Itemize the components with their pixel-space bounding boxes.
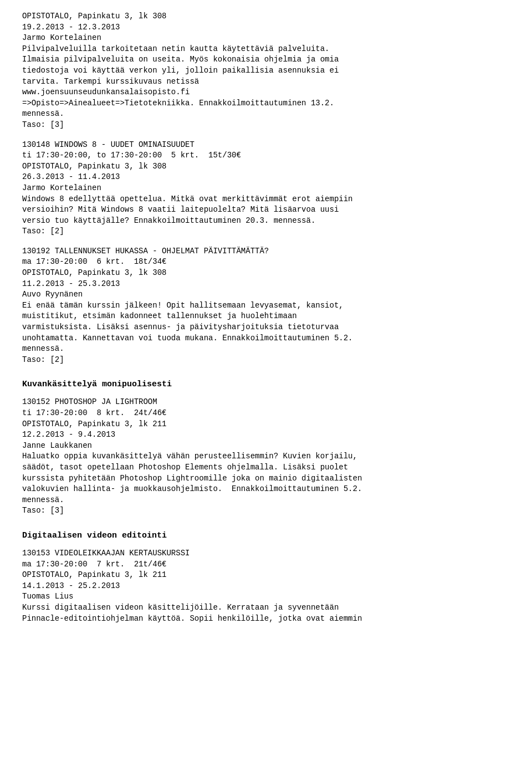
c130192-line-1: ma 17:30-20:00 6 krt. 18t/34€ xyxy=(22,257,510,268)
c130153-line-5: Kurssi digitaalisen videon käsittelijöil… xyxy=(22,602,510,614)
c130153-line-3: 14.1.2013 - 25.2.2013 xyxy=(22,581,510,592)
c130192-line-6: muistitikut, etsimän kadonneet tallennuk… xyxy=(22,311,510,322)
c130152-line-2: OPISTOTALO, Papinkatu 3, lk 211 xyxy=(22,419,510,430)
c130152-line-8: valokuvien hallinta- ja muokkausohjelmis… xyxy=(22,484,510,495)
c130152-line-3: 12.2.2013 - 9.4.2013 xyxy=(22,430,510,441)
c130148-line-7: versio tuo käyttäjälle? Ennakkoilmoittau… xyxy=(22,216,510,227)
c130192-line-2: OPISTOTALO, Papinkatu 3, lk 308 xyxy=(22,268,510,279)
c130192-line-4: Auvo Ryynänen xyxy=(22,289,510,300)
intro-text: OPISTOTALO, Papinkatu 3, lk 308 19.2.201… xyxy=(22,11,510,131)
intro-line-1: 19.2.2013 - 12.3.2013 xyxy=(22,22,510,33)
heading-kuvankasittely: Kuvankäsittelyä monipuolisesti xyxy=(22,379,510,390)
intro-line-8: =>Opisto=>Ainealueet=>Tietotekniikka. En… xyxy=(22,98,510,109)
page-content: OPISTOTALO, Papinkatu 3, lk 308 19.2.201… xyxy=(22,11,510,624)
c130152-line-1: ti 17:30-20:00 8 krt. 24t/46€ xyxy=(22,408,510,419)
course-130148-block: 130148 WINDOWS 8 - UUDET OMINAISUUDET ti… xyxy=(22,140,510,237)
course-130152-block: 130152 PHOTOSHOP JA LIGHTROOM ti 17:30-2… xyxy=(22,397,510,517)
heading-digitaalinen-video: Digitaalisen videon editointi xyxy=(22,530,510,541)
intro-line-9: mennessä. xyxy=(22,109,510,120)
course-130153-block: 130153 VIDEOLEIKKAAJAN KERTAUSKURSSI ma … xyxy=(22,548,510,624)
intro-lines: OPISTOTALO, Papinkatu 3, lk 308 xyxy=(22,11,510,22)
c130152-line-4: Janne Laukkanen xyxy=(22,441,510,452)
intro-line-2: Jarmo Kortelainen xyxy=(22,33,510,44)
c130152-line-7: kurssista pyhitetään Photoshop Lightroom… xyxy=(22,473,510,484)
intro-line-7: www.joensuunseudunkansalaisopisto.fi xyxy=(22,87,510,98)
c130152-line-6: säädöt, tasot opetellaan Photoshop Eleme… xyxy=(22,462,510,473)
intro-block: OPISTOTALO, Papinkatu 3, lk 308 19.2.201… xyxy=(22,11,510,131)
intro-line-3: Pilvipalveluilla tarkoitetaan netin kaut… xyxy=(22,44,510,55)
c130153-line-4: Tuomas Lius xyxy=(22,591,510,602)
c130192-line-3: 11.2.2013 - 25.3.2013 xyxy=(22,279,510,290)
intro-line-6: tarvita. Tarkempi kurssikuvaus netissä xyxy=(22,76,510,88)
c130152-line-10: Taso: [3] xyxy=(22,505,510,517)
c130148-line-4: Jarmo Kortelainen xyxy=(22,183,510,194)
c130148-line-6: versioihin? Mitä Windows 8 vaatii laitep… xyxy=(22,205,510,216)
intro-line-5: tiedostoja voi käyttää verkon yli, jollo… xyxy=(22,65,510,76)
c130153-line-1: ma 17:30-20:00 7 krt. 21t/46€ xyxy=(22,559,510,570)
c130192-line-9: mennessä. xyxy=(22,344,510,355)
intro-line-10: Taso: [3] xyxy=(22,120,510,131)
c130192-line-0: 130192 TALLENNUKSET HUKASSA - OHJELMAT P… xyxy=(22,246,510,257)
c130153-line-6: Pinnacle-editointiohjelman käyttöä. Sopi… xyxy=(22,614,510,625)
c130192-line-10: Taso: [2] xyxy=(22,355,510,366)
c130152-line-5: Haluatko oppia kuvankäsittelyä vähän per… xyxy=(22,451,510,462)
c130192-line-8: unohtamatta. Kannettavan voi tuoda mukan… xyxy=(22,333,510,344)
c130153-line-0: 130153 VIDEOLEIKKAAJAN KERTAUSKURSSI xyxy=(22,548,510,559)
c130152-line-9: mennessä. xyxy=(22,495,510,506)
intro-line-4: Ilmaisia pilvipalveluita on useita. Myös… xyxy=(22,54,510,65)
c130148-line-0: 130148 WINDOWS 8 - UUDET OMINAISUUDET xyxy=(22,140,510,151)
c130192-line-7: varmistuksista. Lisäksi asennus- ja päiv… xyxy=(22,322,510,333)
heading-digitaalinen-video-text: Digitaalisen videon editointi xyxy=(22,531,167,540)
c130152-line-0: 130152 PHOTOSHOP JA LIGHTROOM xyxy=(22,397,510,408)
c130148-line-1: ti 17:30-20:00, to 17:30-20:00 5 krt. 15… xyxy=(22,150,510,161)
c130148-line-5: Windows 8 edellyttää opettelua. Mitkä ov… xyxy=(22,194,510,205)
c130153-line-2: OPISTOTALO, Papinkatu 3, lk 211 xyxy=(22,570,510,581)
c130148-line-2: OPISTOTALO, Papinkatu 3, lk 308 xyxy=(22,161,510,172)
c130148-line-3: 26.3.2013 - 11.4.2013 xyxy=(22,172,510,183)
heading-kuvankasittely-text: Kuvankäsittelyä monipuolisesti xyxy=(22,380,172,389)
c130192-line-5: Ei enää tämän kurssin jälkeen! Opit hall… xyxy=(22,300,510,311)
c130148-line-8: Taso: [2] xyxy=(22,226,510,237)
course-130192-block: 130192 TALLENNUKSET HUKASSA - OHJELMAT P… xyxy=(22,246,510,366)
